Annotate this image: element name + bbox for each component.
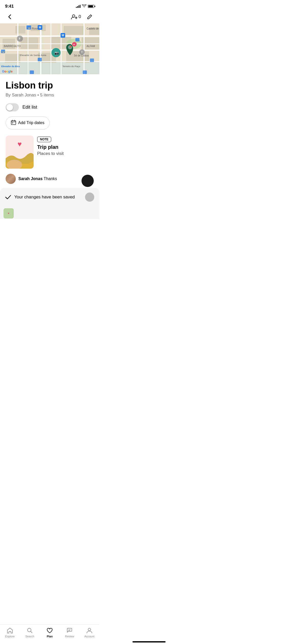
header-nav: 0 xyxy=(0,11,99,23)
edit-button[interactable] xyxy=(85,12,94,21)
dismiss-dot[interactable] xyxy=(85,193,94,202)
dark-avatar xyxy=(82,175,94,187)
svg-text:M: M xyxy=(62,34,64,37)
svg-text:Google: Google xyxy=(2,70,13,73)
svg-text:M: M xyxy=(39,26,41,29)
heart-icon: ♥ xyxy=(18,140,22,148)
svg-rect-3 xyxy=(15,26,25,34)
user-avatar xyxy=(6,174,16,184)
note-thumbnail: ♥ xyxy=(6,136,34,169)
note-badge: NOTE xyxy=(37,137,51,142)
toggle-thumb xyxy=(6,104,13,111)
svg-rect-55 xyxy=(38,58,42,61)
calendar-icon xyxy=(11,120,16,126)
status-time: 9:41 xyxy=(5,4,14,9)
map-area[interactable]: Rossio Castelo de S BAIRRO ALTO ALFAM El… xyxy=(0,23,99,74)
svg-text:✝: ✝ xyxy=(81,51,83,54)
battery-icon xyxy=(88,5,94,8)
svg-text:📍: 📍 xyxy=(69,46,72,49)
add-dates-label: Add Trip dates xyxy=(18,121,44,125)
back-button[interactable] xyxy=(5,12,14,21)
svg-rect-58 xyxy=(12,123,13,123)
edit-list-row: Edit list xyxy=(6,103,94,111)
status-bar: 9:41 xyxy=(0,0,99,11)
next-card-peek[interactable]: ♥ xyxy=(0,206,99,219)
svg-rect-51 xyxy=(90,58,94,62)
svg-rect-8 xyxy=(20,37,38,49)
wifi-icon xyxy=(82,4,86,8)
note-subtitle: Places to visit xyxy=(37,151,94,156)
edit-list-toggle[interactable] xyxy=(6,103,19,111)
svg-rect-54 xyxy=(30,70,34,74)
svg-text:Terreiro do Paço: Terreiro do Paço xyxy=(62,65,80,68)
svg-rect-5 xyxy=(64,26,84,35)
svg-rect-52 xyxy=(83,70,87,74)
svg-text:✝: ✝ xyxy=(18,37,21,40)
svg-text:📷: 📷 xyxy=(55,51,59,55)
svg-rect-57 xyxy=(11,121,16,125)
edit-list-label: Edit list xyxy=(22,105,37,110)
svg-text:Castelo de S: Castelo de S xyxy=(87,27,99,30)
note-card[interactable]: ♥ NOTE Trip plan Places to visit xyxy=(6,136,94,169)
svg-text:BAIRRO ALTO: BAIRRO ALTO xyxy=(4,45,21,48)
note-content: NOTE Trip plan Places to visit xyxy=(37,136,94,169)
comment-row: Sarah Jonas Thanks xyxy=(6,174,94,188)
peek-thumbnail: ♥ xyxy=(4,208,14,218)
main-content: Lisbon trip By Sarah Jonas • 5 items Edi… xyxy=(0,74,99,219)
invite-button[interactable]: 0 xyxy=(71,14,81,20)
trip-title: Lisbon trip xyxy=(6,80,94,91)
header-right: 0 xyxy=(71,12,94,21)
svg-text:♥: ♥ xyxy=(73,43,75,46)
add-trip-dates-button[interactable]: Add Trip dates xyxy=(6,116,50,129)
svg-rect-53 xyxy=(75,38,79,41)
svg-text:🚌: 🚌 xyxy=(2,50,5,53)
svg-text:🚌: 🚌 xyxy=(28,26,31,29)
status-icons xyxy=(76,4,94,8)
svg-text:Elevador de Santa Justa: Elevador de Santa Justa xyxy=(20,54,46,56)
comment-author: Sarah Jonas xyxy=(18,177,43,181)
comment-text: Sarah Jonas Thanks xyxy=(18,177,57,181)
saved-banner: Your changes have been saved xyxy=(0,188,99,206)
invite-count: 0 xyxy=(79,14,81,19)
svg-text:Elevador da Bica: Elevador da Bica xyxy=(1,65,20,68)
trip-meta: By Sarah Jonas • 5 items xyxy=(6,93,94,98)
checkmark-icon xyxy=(5,194,11,200)
svg-text:ALFAM: ALFAM xyxy=(87,45,95,48)
saved-text: Your changes have been saved xyxy=(14,195,75,200)
note-title: Trip plan xyxy=(37,144,94,150)
signal-bars-icon xyxy=(76,5,80,8)
